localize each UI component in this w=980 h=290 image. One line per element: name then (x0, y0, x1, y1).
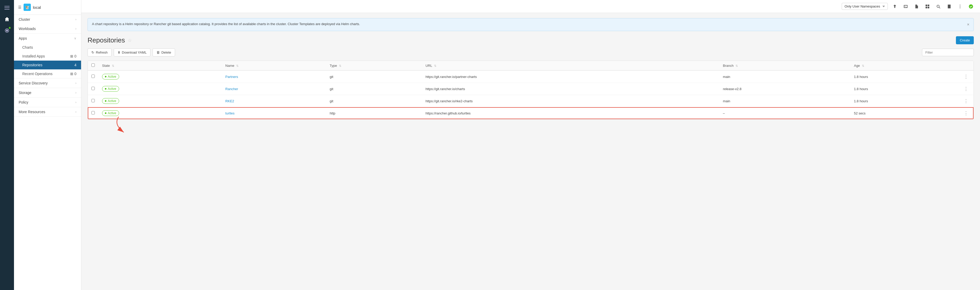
nav-section-policy: Policy › (14, 97, 81, 107)
file-icon[interactable] (913, 3, 920, 10)
svg-rect-5 (926, 6, 927, 8)
nav-item-apps[interactable]: Apps ∨ (14, 33, 81, 43)
col-header-actions (958, 61, 974, 70)
col-header-state[interactable]: State ⇅ (99, 61, 222, 70)
chevron-right-icon: › (75, 18, 76, 21)
cluster-logo: 🐮 (24, 4, 31, 11)
info-banner-text: A chart repository is a Helm repository … (92, 21, 360, 27)
favorite-star-icon[interactable]: ☆ (128, 38, 132, 43)
row-more-button[interactable]: ⋮ (962, 110, 970, 116)
row-checkbox-cell (88, 95, 99, 107)
nav-sidebar: ☰ 🐮 local Cluster › Workloads › Apps ∨ C… (14, 0, 81, 290)
refresh-button[interactable]: ↻ Refresh (88, 48, 111, 56)
row-more-button[interactable]: ⋮ (962, 73, 970, 80)
select-all-checkbox[interactable] (91, 64, 95, 67)
home-icon[interactable] (2, 14, 12, 24)
repo-name-link[interactable]: RKE2 (225, 99, 234, 103)
nav-sub-item-charts[interactable]: Charts (14, 43, 81, 52)
nav-item-workloads[interactable]: Workloads › (14, 24, 81, 33)
terminal-icon[interactable] (902, 3, 910, 10)
info-banner: A chart repository is a Helm repository … (88, 18, 974, 31)
col-header-branch[interactable]: Branch ⇅ (719, 61, 850, 70)
hamburger-icon[interactable] (2, 3, 12, 13)
main-content: Only User Namespaces A chart repositor (81, 0, 980, 290)
status-badge: Active (102, 86, 119, 92)
select-all-checkbox-header (88, 61, 99, 70)
row-name: Rancher (222, 83, 326, 95)
col-header-name[interactable]: Name ⇅ (222, 61, 326, 70)
row-age: 1.8 hours (850, 95, 958, 107)
row-type: git (326, 95, 422, 107)
cluster-status-icon[interactable] (967, 3, 975, 10)
row-more-actions: ⋮ (958, 70, 974, 83)
chevron-right-icon: › (75, 27, 76, 30)
nav-sub-item-repositories[interactable]: Repositories 4 (14, 61, 81, 69)
row-checkbox-0[interactable] (91, 75, 95, 78)
svg-line-8 (939, 7, 940, 8)
row-state: Active (99, 70, 222, 83)
row-branch: main (719, 95, 850, 107)
row-type: git (326, 70, 422, 83)
nav-hamburger[interactable]: ☰ (18, 5, 22, 9)
nav-item-service-discovery[interactable]: Service Discovery › (14, 78, 81, 88)
col-header-age[interactable]: Age ⇅ (850, 61, 958, 70)
row-checkbox-1[interactable] (91, 87, 95, 90)
upload-icon[interactable] (891, 3, 899, 10)
chevron-right-icon: › (75, 100, 76, 104)
nav-sub-item-installed-apps[interactable]: Installed Apps ⊞ 0 (14, 52, 81, 61)
row-checkbox-3[interactable] (91, 111, 95, 115)
cluster-name-label: local (33, 5, 41, 10)
row-more-button[interactable]: ⋮ (962, 86, 970, 92)
row-age: 1.8 hours (850, 70, 958, 83)
namespace-select[interactable]: Only User Namespaces (842, 3, 888, 10)
row-checkbox-2[interactable] (91, 99, 95, 102)
sort-icon-type: ⇅ (339, 64, 341, 67)
chevron-down-icon: ∨ (74, 37, 76, 40)
installed-apps-badge: ⊞ 0 (70, 54, 76, 58)
nav-sub-item-recent-operations[interactable]: Recent Operations ⊞ 0 (14, 69, 81, 78)
create-button[interactable]: Create (956, 36, 974, 44)
row-more-button[interactable]: ⋮ (962, 97, 970, 104)
top-bar: Only User Namespaces (81, 0, 980, 13)
nav-section-apps: Apps ∨ Charts Installed Apps ⊞ 0 Reposit… (14, 33, 81, 78)
cluster-icon[interactable] (2, 26, 12, 35)
row-branch: main (719, 70, 850, 83)
nav-item-cluster[interactable]: Cluster › (14, 15, 81, 24)
col-header-type[interactable]: Type ⇅ (326, 61, 422, 70)
more-options-icon[interactable] (956, 3, 964, 10)
table-row: Active Rancher git https://git.rancher.i… (88, 83, 974, 95)
content-area: A chart repository is a Helm repository … (81, 13, 980, 290)
sort-icon-state: ⇅ (112, 64, 114, 67)
page-title-row: Repositories ☆ (88, 36, 132, 44)
search-icon[interactable] (934, 3, 942, 10)
row-branch: release-v2.8 (719, 83, 850, 95)
download-yaml-button[interactable]: ⬇ Download YAML (114, 48, 151, 56)
refresh-icon: ↻ (91, 51, 94, 54)
row-checkbox-cell (88, 70, 99, 83)
delete-button[interactable]: 🗑 Delete (153, 48, 175, 56)
row-checkbox-cell (88, 107, 99, 120)
chevron-right-icon: › (75, 110, 76, 114)
sort-icon-age: ⇅ (862, 64, 864, 67)
nav-item-more-resources[interactable]: More Resources › (14, 107, 81, 116)
table-header-row: State ⇅ Name ⇅ Type ⇅ URL ⇅ Branch ⇅ Age… (88, 61, 974, 70)
repo-name-link[interactable]: turtles (225, 112, 234, 115)
repo-name-link[interactable]: Rancher (225, 87, 238, 91)
nav-section-storage: Storage › (14, 88, 81, 97)
icon-sidebar (0, 0, 14, 290)
row-url: https://git.rancher.io/rke2-charts (422, 95, 719, 107)
svg-point-9 (960, 5, 961, 5)
row-type: git (326, 83, 422, 95)
info-banner-close[interactable]: × (967, 21, 969, 28)
filter-input[interactable] (922, 49, 974, 56)
row-checkbox-cell (88, 83, 99, 95)
row-url: https://git.rancher.io/charts (422, 83, 719, 95)
dashboard-icon[interactable] (924, 3, 931, 10)
nav-item-storage[interactable]: Storage › (14, 88, 81, 97)
repo-name-link[interactable]: Partners (225, 75, 238, 79)
nav-item-policy[interactable]: Policy › (14, 97, 81, 107)
col-header-url[interactable]: URL ⇅ (422, 61, 719, 70)
row-url: https://git.rancher.io/partner-charts (422, 70, 719, 83)
annotation-container (88, 120, 974, 140)
docs-icon[interactable] (945, 3, 953, 10)
